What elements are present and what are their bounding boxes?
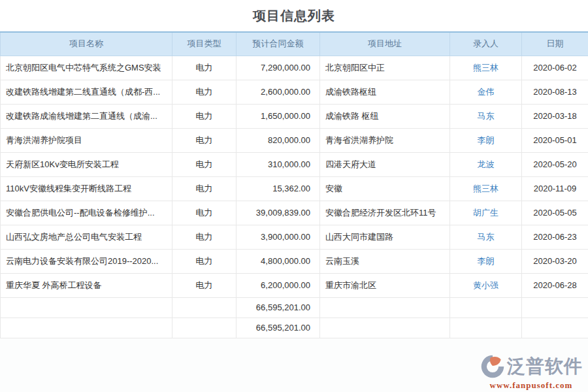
project-type-cell: 电力	[172, 56, 237, 80]
enterer-cell[interactable]: 胡广生	[450, 201, 522, 225]
enterer-cell[interactable]: 金伟	[450, 80, 522, 104]
project-name-cell: 改建铁路成渝线增建第二直通线（成渝...	[1, 104, 172, 128]
project-name-cell: 重庆华夏 外高桥工程设备	[1, 273, 172, 297]
project-type-cell: 电力	[172, 128, 237, 152]
project-address-cell: 云南玉溪	[320, 249, 450, 273]
table-row: 110kV安徽线程集变开断线路工程电力15,362.00安徽熊三林2020-11…	[1, 176, 588, 201]
table-footer: 66,595,201.00 66,595,201.00	[1, 297, 588, 338]
contract-amount-cell: 6,200,000.00	[237, 273, 320, 297]
project-type-cell: 电力	[172, 176, 237, 201]
date-cell: 2020-05-01	[522, 128, 588, 152]
enterer-cell[interactable]: 龙波	[450, 152, 522, 176]
table-row: 青海洪湖养护院项目电力820,000.00青海省洪湖养护院李朗2020-05-0…	[1, 128, 588, 152]
grand-total-amount: 66,595,201.00	[237, 318, 320, 338]
project-address-cell: 成渝铁路枢纽	[320, 80, 450, 104]
fanpu-logo-icon	[480, 353, 506, 380]
date-cell: 2020-08-13	[522, 80, 588, 104]
page-title: 项目信息列表	[0, 0, 588, 31]
table-row: 改建铁路成渝线增建第二直通线（成渝...电力1,650,000.00成渝铁路 枢…	[1, 104, 588, 128]
project-name-cell: 天府新区10Kv变电所安装工程	[1, 152, 172, 176]
header-project-address: 项目地址	[320, 32, 450, 56]
contract-amount-cell: 2,600,000.00	[237, 80, 320, 104]
project-address-cell: 成渝铁路 枢纽	[320, 104, 450, 128]
contract-amount-cell: 820,000.00	[237, 128, 320, 152]
contract-amount-cell: 4,800,000.00	[237, 249, 320, 273]
project-address-cell: 安徽	[320, 176, 450, 201]
date-cell: 2020-03-18	[522, 104, 588, 128]
project-type-cell: 电力	[172, 273, 237, 297]
date-cell: 2020-05-05	[522, 201, 588, 225]
subtotal-row: 66,595,201.00	[1, 297, 588, 318]
grand-total-row: 66,595,201.00	[1, 318, 588, 338]
enterer-cell[interactable]: 马东	[450, 225, 522, 249]
project-type-cell: 电力	[172, 225, 237, 249]
date-cell: 2020-06-02	[522, 56, 588, 80]
project-type-cell: 电力	[172, 80, 237, 104]
table-row: 重庆华夏 外高桥工程设备电力6,200,000.00重庆市渝北区黄小强2020-…	[1, 273, 588, 297]
contract-amount-cell: 7,290,000.00	[237, 56, 320, 80]
date-cell: 2020-06-28	[522, 273, 588, 297]
project-address-cell: 重庆市渝北区	[320, 273, 450, 297]
contract-amount-cell: 39,009,839.00	[237, 201, 320, 225]
brand-name: 泛普软件	[507, 357, 583, 376]
contract-amount-cell: 3,900,000.00	[237, 225, 320, 249]
project-address-cell: 北京朝阳区中正	[320, 56, 450, 80]
header-contract-amount: 预计合同金额	[237, 32, 320, 56]
date-cell: 2020-06-23	[522, 225, 588, 249]
enterer-cell[interactable]: 黄小强	[450, 273, 522, 297]
project-type-cell: 电力	[172, 201, 237, 225]
subtotal-amount: 66,595,201.00	[237, 297, 320, 318]
project-address-cell: 安徽合肥经济开发区北环11号	[320, 201, 450, 225]
project-type-cell: 电力	[172, 104, 237, 128]
project-name-cell: 山西弘文房地产总公司电气安装工程	[1, 225, 172, 249]
contract-amount-cell: 15,362.00	[237, 176, 320, 201]
enterer-cell[interactable]: 熊三林	[450, 176, 522, 201]
enterer-cell[interactable]: 李朗	[450, 128, 522, 152]
project-name-cell: 北京朝阳区电气中芯特气系统之GMS安装	[1, 56, 172, 80]
project-address-cell: 青海省洪湖养护院	[320, 128, 450, 152]
table-row: 天府新区10Kv变电所安装工程电力310,000.00四港天府大道龙波2020-…	[1, 152, 588, 176]
table-row: 北京朝阳区电气中芯特气系统之GMS安装电力7,290,000.00北京朝阳区中正…	[1, 56, 588, 80]
projects-table: 项目名称 项目类型 预计合同金额 项目地址 录入人 日期 北京朝阳区电气中芯特气…	[0, 31, 588, 338]
project-name-cell: 改建铁路线增建第二线直通线（成都-西...	[1, 80, 172, 104]
enterer-cell[interactable]: 马东	[450, 104, 522, 128]
project-name-cell: 安徽合肥供电公司--配电设备检修维护...	[1, 201, 172, 225]
project-address-cell: 山西大同市建国路	[320, 225, 450, 249]
header-project-name: 项目名称	[1, 32, 172, 56]
table-row: 山西弘文房地产总公司电气安装工程电力3,900,000.00山西大同市建国路马东…	[1, 225, 588, 249]
project-name-cell: 青海洪湖养护院项目	[1, 128, 172, 152]
project-type-cell: 电力	[172, 249, 237, 273]
table-body: 北京朝阳区电气中芯特气系统之GMS安装电力7,290,000.00北京朝阳区中正…	[1, 56, 588, 297]
header-enterer: 录入人	[450, 32, 522, 56]
page-footer: 泛普软件 www.fanpusoft.com	[0, 338, 588, 392]
date-cell: 2020-05-20	[522, 152, 588, 176]
date-cell: 2020-11-09	[522, 176, 588, 201]
header-date: 日期	[522, 32, 588, 56]
table-row: 云南电力设备安装有限公司2019--2020...电力4,800,000.00云…	[1, 249, 588, 273]
fanpu-brand[interactable]: 泛普软件 www.fanpusoft.com	[480, 353, 583, 391]
contract-amount-cell: 310,000.00	[237, 152, 320, 176]
project-address-cell: 四港天府大道	[320, 152, 450, 176]
project-name-cell: 云南电力设备安装有限公司2019--2020...	[1, 249, 172, 273]
table-header: 项目名称 项目类型 预计合同金额 项目地址 录入人 日期	[1, 32, 588, 56]
brand-website-link[interactable]: www.fanpusoft.com	[480, 380, 583, 391]
project-name-cell: 110kV安徽线程集变开断线路工程	[1, 176, 172, 201]
table-row: 改建铁路线增建第二线直通线（成都-西...电力2,600,000.00成渝铁路枢…	[1, 80, 588, 104]
table-row: 安徽合肥供电公司--配电设备检修维护...电力39,009,839.00安徽合肥…	[1, 201, 588, 225]
date-cell: 2020-03-20	[522, 249, 588, 273]
enterer-cell[interactable]: 熊三林	[450, 56, 522, 80]
project-type-cell: 电力	[172, 152, 237, 176]
contract-amount-cell: 1,650,000.00	[237, 104, 320, 128]
enterer-cell[interactable]: 李朗	[450, 249, 522, 273]
header-project-type: 项目类型	[172, 32, 237, 56]
